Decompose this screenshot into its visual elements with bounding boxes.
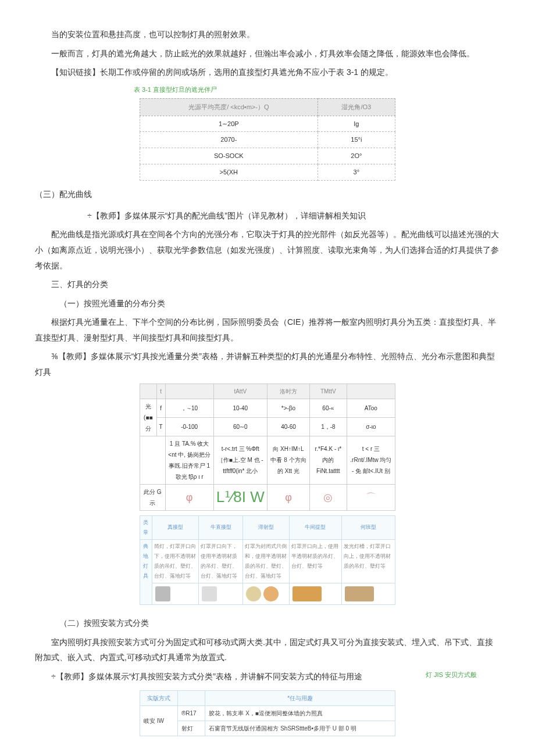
install-method-table: 实版方式 *任与用趣 岐安 IW ®R17 胶花，韩支率 X，■逗便潮同整体墙的… [140,690,395,736]
side-note: 灯 JIS 安贝方式般 [426,669,477,681]
table-3-1-caption: 表 3-1 直接型灯旦的遮光伴尸 [134,84,500,96]
light-distribution-icon: ◎ [323,492,333,503]
fixture-image-icon [293,586,322,601]
table-row: 射灯 石窗育节无线版付通国相方 ShSRSttteB•多用于 U 部 0 明 [140,721,395,736]
fixture-image-icon [345,586,374,601]
section-3-heading: （三）配光曲线 [35,187,500,202]
fixture-image-icon [155,586,170,601]
knowledge-link: 【知识链接】长期工作或停留的房间或场所，选用的直接型灯具遮光角不应小于表 3-1… [35,65,500,80]
table-row: 2070-15°i [140,132,395,148]
table-row: 1 且 TA.% 收大 <nt 中, 扬岗把分事既.旧齐常尸 1 歌光 fβρ … [140,436,395,484]
fixture-image-icon [263,586,279,601]
table-row: 典地灯具 筒灯，灯罩开口向下，使用不透明材质的吊灯、壁灯、台灯、落地灯等 灯罩开… [140,539,395,583]
teacher-note: ÷【教师】多媒体展示“灯具的配光曲线”图片（详见教材），详细讲解相关知识 [87,208,500,224]
light-distribution-icon: φ [186,492,193,503]
paragraph: 室内照明灯具按照安装方式可分为固定式和可移动式两大类.其中，固定式灯具又可分为直… [35,635,500,665]
table-row: 岐安 IW ®R17 胶花，韩支率 X，■逗便潮同整体墙的力照真 [140,705,395,721]
table-3-1: 光源平均亮度/ <kcd•m>-）Q 湿光角/O3 1∼20PIg 2070-1… [140,98,395,181]
fixture-image-icon [246,586,261,601]
paragraph: 根据灯具光通量在上、下半个空间的分布比例，国际照明委员会（CIE）推荐将一般室内… [35,314,500,345]
image-row [140,583,395,605]
paragraph: 一般而言，灯具的遮光角越大，防止眩光的效果就越好，但瀚出率会减小，灯具效率会随之… [35,46,500,62]
table-header: 湿光角/O3 [318,98,395,116]
subsection-heading: （一）按照光通量的分布分类 [35,296,500,311]
flux-distribution-table: t tAttV 洛时方 TMttV 光(■■分 f ，∼10 10-40 *>-… [140,384,395,511]
table-row: 1∼20PIg [140,116,395,132]
teacher-note: ⅜【教师】多媒体展示“灯具按光通量分类”表格，并讲解五种类型的灯具的光通星分布特… [35,349,500,379]
table-row: >5(XH3° [140,164,395,181]
fixture-image-icon [202,586,217,601]
section-3-heading: 三、灯具的分类 [35,277,500,292]
diagram-row: 此分 G 示 φ L⅟8I W φ ◎ ⌒ [140,484,395,510]
light-distribution-icon: φ [285,492,292,503]
table-row: SO-SOCK2O° [140,148,395,164]
table-row: T -0-100 60∼0 40-60 1，-8 σ-ιo [140,417,395,436]
typical-fixture-table: 类章 真接型 牛直接型 滞射型 牛间提型 何班型 典地灯具 筒灯，灯罩开口向下，… [140,515,395,605]
light-distribution-icon: L⅟8I W [216,488,265,506]
subsection-heading: （二）按照安装方式分类 [35,615,500,631]
light-distribution-icon: ⌒ [366,492,376,503]
table-row: 光(■■分 f ，∼10 10-40 *>-βo 60-« AToo [140,399,395,417]
paragraph: 当的安装位置和悬挂高度，也可以控制灯具的照射效果。 [35,27,500,42]
paragraph: 配光曲线是指光源或灯具在空间各个方向的光强分布，它取决于灯具的控光部件（如反光器… [35,227,500,273]
table-header: 光源平均亮度/ <kcd•m>-）Q [140,98,318,116]
